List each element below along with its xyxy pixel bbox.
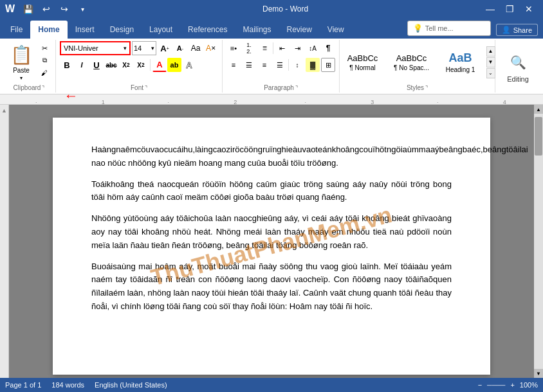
- font-name-row: VNI-Univer ▾ 14 ▾ A+ A-: [60, 41, 218, 55]
- title-bar-left: W 💾 ↩ ↪ ▾: [5, 2, 89, 16]
- ruler: · 1 · 2 · 3 · 4: [0, 94, 543, 105]
- font-expand-icon[interactable]: ⌝: [145, 85, 147, 91]
- scroll-thumb[interactable]: [535, 117, 542, 156]
- paste-icon: 📋: [10, 44, 33, 66]
- paragraph-label: Paragraph ⌝: [226, 84, 335, 91]
- font-group: VNI-Univer ▾ 14 ▾ A+ A-: [56, 40, 223, 93]
- tab-design[interactable]: Design: [102, 21, 142, 39]
- font-shrink-icon: A: [177, 44, 182, 52]
- underline-button[interactable]: U: [89, 58, 104, 72]
- scroll-down-button[interactable]: ▼: [534, 369, 543, 378]
- title-bar: W 💾 ↩ ↪ ▾ Demo - Word — ❐ ✕: [0, 0, 543, 18]
- tab-home[interactable]: Home: [30, 21, 67, 39]
- font-name-select[interactable]: VNI-Univer ▾: [60, 41, 131, 55]
- redo-quickaccess[interactable]: ↪: [57, 2, 71, 16]
- more-quickaccess[interactable]: ▾: [75, 2, 89, 16]
- show-marks-button[interactable]: ¶: [321, 41, 335, 55]
- align-left-button[interactable]: ≡: [226, 58, 241, 72]
- tab-mailings[interactable]: Mailings: [235, 21, 279, 39]
- tab-file[interactable]: File: [3, 21, 30, 39]
- zoom-slider[interactable]: ────: [487, 382, 505, 389]
- font-grow-button[interactable]: A+: [158, 41, 172, 55]
- format-painter-button[interactable]: 🖌: [37, 67, 51, 78]
- change-case-icon: Aa: [191, 44, 201, 53]
- cut-button[interactable]: ✂: [37, 42, 51, 54]
- font-size-select[interactable]: 14 ▾: [132, 41, 156, 55]
- cut-icon: ✂: [42, 44, 48, 53]
- increase-indent-button[interactable]: ⇥: [290, 41, 304, 55]
- zoom-in-button[interactable]: +: [510, 381, 514, 389]
- subscript-button[interactable]: X2: [119, 58, 133, 72]
- style-heading1-preview: AaB: [448, 51, 472, 65]
- document-scroll-area[interactable]: ThuThuatPhanMem.vn Haàngnaêmcöuvaocucáih…: [9, 105, 534, 378]
- font-group-content: VNI-Univer ▾ 14 ▾ A+ A-: [60, 41, 218, 83]
- paste-label: Paste: [13, 67, 30, 74]
- save-quickaccess[interactable]: 💾: [21, 2, 35, 16]
- style-expand-button[interactable]: ⌄: [486, 68, 495, 78]
- font-shrink-button[interactable]: A-: [173, 41, 187, 55]
- paragraph-group-content: ≡• 1.2. ☰ ⇤ ⇥ ↕A ¶ ≡ ☰ ≡ ☰: [226, 41, 335, 83]
- styles-expand-icon[interactable]: ⌝: [425, 85, 428, 91]
- clipboard-group-content: 📋 Paste ▾ ✂ ⧉ 🖌: [6, 41, 51, 83]
- align-center-button[interactable]: ☰: [242, 58, 256, 72]
- line-spacing-button[interactable]: ↕: [290, 58, 304, 72]
- zoom-level: 100%: [520, 381, 538, 389]
- style-scroll-down[interactable]: ▼: [486, 57, 495, 67]
- shading-button[interactable]: ▓: [306, 58, 320, 72]
- text-effect-button[interactable]: A: [182, 58, 196, 72]
- close-button[interactable]: ✕: [520, 0, 538, 18]
- tab-references[interactable]: References: [180, 21, 235, 39]
- paragraph-expand-icon[interactable]: ⌝: [295, 85, 298, 91]
- scroll-track[interactable]: [534, 114, 543, 369]
- left-panel: ▲: [0, 105, 9, 378]
- style-no-space-preview: AaBbCc: [396, 53, 427, 63]
- divider: [273, 42, 273, 54]
- tab-insert[interactable]: Insert: [68, 21, 102, 39]
- share-button[interactable]: 👤 Share: [496, 24, 538, 36]
- change-case-button[interactable]: Aa: [189, 41, 203, 55]
- font-color-button[interactable]: A: [152, 58, 167, 72]
- minimize-button[interactable]: —: [481, 0, 499, 18]
- undo-quickaccess[interactable]: ↩: [39, 2, 53, 16]
- style-scroll-up[interactable]: ▲: [486, 46, 495, 57]
- scroll-up-button[interactable]: ▲: [534, 105, 543, 114]
- justify-button[interactable]: ☰: [273, 58, 287, 72]
- paragraph-4: Buoáisaùng mai hoâm aáy, moät buoåi mai …: [91, 260, 452, 314]
- paste-button[interactable]: 📋 Paste ▾: [6, 41, 36, 83]
- bold-button[interactable]: B: [60, 58, 74, 72]
- zoom-out-button[interactable]: −: [478, 381, 482, 389]
- restore-button[interactable]: ❐: [501, 0, 519, 18]
- align-right-button[interactable]: ≡: [257, 58, 272, 72]
- word-logo-icon: W: [5, 3, 15, 15]
- editing-search-button[interactable]: 🔍: [505, 49, 531, 75]
- clipboard-expand-icon[interactable]: ⌝: [42, 85, 44, 91]
- multilevel-list-button[interactable]: ☰: [257, 41, 272, 55]
- bullet-list-button[interactable]: ≡•: [226, 41, 241, 55]
- superscript-button[interactable]: X2: [134, 58, 148, 72]
- copy-button[interactable]: ⧉: [37, 55, 51, 66]
- number-list-button[interactable]: 1.2.: [242, 41, 256, 55]
- paragraph-2: Toáikhoâng theá naocqueán röùöïn höông c…: [91, 178, 452, 205]
- eraser-icon: ✕: [211, 45, 216, 51]
- sort-button[interactable]: ↕A: [306, 41, 320, 55]
- tab-layout[interactable]: Layout: [142, 21, 180, 39]
- tab-review[interactable]: Review: [279, 21, 319, 39]
- italic-button[interactable]: I: [75, 58, 89, 72]
- highlight-color-button[interactable]: ab: [167, 58, 181, 72]
- borders-button[interactable]: ⊞: [321, 58, 335, 72]
- style-heading1[interactable]: AaB Heading 1: [437, 46, 484, 79]
- tell-me-input[interactable]: 💡 Tell me...: [407, 21, 491, 36]
- title-bar-controls: — ❐ ✕: [481, 0, 538, 18]
- font-size-value: 14: [134, 44, 142, 52]
- style-normal-label: ¶ Normal: [349, 64, 375, 71]
- clear-formatting-button[interactable]: A ✕: [204, 41, 218, 55]
- decrease-indent-button[interactable]: ⇤: [275, 41, 289, 55]
- format-row: B I U abc X2 X2 A ab A: [60, 58, 196, 72]
- status-bar: Page 1 of 1 184 words English (United St…: [0, 378, 543, 392]
- style-normal[interactable]: AaBbCc ¶ Normal: [340, 46, 386, 79]
- strikethrough-button[interactable]: abc: [104, 58, 118, 72]
- status-bar-right: − ──── + 100%: [478, 381, 538, 389]
- tab-view[interactable]: View: [320, 21, 352, 39]
- font-grow-icon: A: [160, 44, 166, 53]
- style-no-space[interactable]: AaBbCc ¶ No Spac...: [389, 46, 435, 79]
